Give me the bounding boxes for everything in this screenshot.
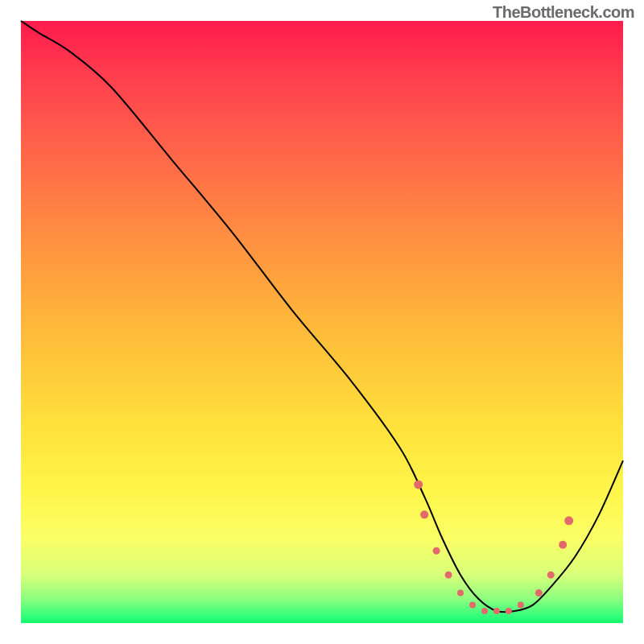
marker-m7 bbox=[481, 608, 488, 614]
marker-m5 bbox=[457, 590, 464, 597]
marker-m6 bbox=[469, 602, 476, 609]
marker-layer bbox=[21, 21, 623, 623]
marker-m12 bbox=[547, 572, 555, 579]
marker-m10 bbox=[518, 602, 524, 609]
marker-m11 bbox=[535, 589, 543, 597]
marker-m13 bbox=[559, 541, 567, 549]
attribution-text: TheBottleneck.com bbox=[493, 3, 634, 22]
valley-markers bbox=[414, 480, 573, 614]
marker-m3 bbox=[433, 547, 440, 555]
chart-container: TheBottleneck.com bbox=[0, 0, 644, 644]
marker-m2 bbox=[420, 510, 428, 518]
marker-m9 bbox=[506, 608, 512, 614]
marker-m8 bbox=[493, 608, 500, 614]
marker-m4 bbox=[445, 572, 452, 579]
marker-m14 bbox=[564, 516, 573, 525]
marker-m1 bbox=[414, 480, 423, 489]
